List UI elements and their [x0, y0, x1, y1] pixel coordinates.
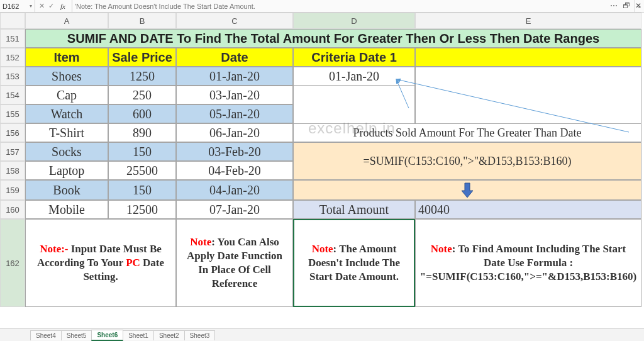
- cell-A158[interactable]: Laptop: [25, 161, 108, 180]
- cell-A156[interactable]: T-Shirt: [25, 123, 108, 142]
- cell-A160[interactable]: Mobile: [25, 200, 108, 219]
- close-icon[interactable]: ✕: [635, 1, 641, 10]
- window-controls: ⋯ 🗗 ✕: [610, 1, 641, 10]
- note-prefix: Note:-: [40, 243, 68, 255]
- row-head-159[interactable]: 159: [0, 180, 25, 200]
- formula-display[interactable]: =SUMIF(C153:C160,">"&D153,B153:B160): [293, 142, 641, 180]
- arrow-down-icon: [460, 182, 475, 198]
- cell-D153-criteria-date[interactable]: 01-Jan-20: [293, 67, 415, 86]
- formula-bar-input[interactable]: 'Note: The Amount Doesn't Include The St…: [72, 3, 634, 10]
- name-box-value: D162: [3, 3, 19, 10]
- row-head-162[interactable]: 162: [0, 219, 25, 307]
- col-head-A[interactable]: A: [25, 13, 108, 29]
- cell-C153[interactable]: 01-Jan-20: [176, 67, 293, 86]
- fx-icon[interactable]: fx: [58, 3, 68, 10]
- sheet-tab[interactable]: Sheet5: [61, 330, 92, 340]
- header-empty-E[interactable]: [415, 48, 641, 67]
- sheet-tab[interactable]: Sheet4: [30, 330, 62, 340]
- sheet-tab[interactable]: Sheet3: [184, 330, 216, 340]
- row-head-154[interactable]: 154: [0, 86, 25, 104]
- header-sale-price[interactable]: Sale Price: [108, 48, 176, 67]
- formula-bar-buttons: ✕ ✓ fx: [35, 0, 72, 12]
- cell-A154[interactable]: Cap: [25, 86, 108, 104]
- cell-C155[interactable]: 05-Jan-20: [176, 104, 293, 123]
- cell-B160[interactable]: 12500: [108, 200, 176, 219]
- header-date[interactable]: Date: [176, 48, 293, 67]
- name-box[interactable]: D162 ▾: [0, 0, 35, 12]
- worksheet-grid[interactable]: A B C D E 151 SUMIF AND DATE To Find The…: [0, 13, 644, 328]
- select-all-corner[interactable]: [0, 13, 25, 29]
- cell-B158[interactable]: 25500: [108, 161, 176, 180]
- sheet-tab[interactable]: Sheet1: [123, 330, 154, 340]
- row-head-157[interactable]: 157: [0, 142, 25, 161]
- col-head-E[interactable]: E: [415, 13, 641, 29]
- cell-A155[interactable]: Watch: [25, 104, 108, 123]
- total-value[interactable]: 40040: [415, 200, 641, 219]
- row-head-151[interactable]: 151: [0, 29, 25, 48]
- cell-B154[interactable]: 250: [108, 86, 176, 104]
- cell-B155[interactable]: 600: [108, 104, 176, 123]
- restore-icon[interactable]: 🗗: [623, 1, 630, 10]
- cell-C154[interactable]: 03-Jan-20: [176, 86, 293, 104]
- row-head-155[interactable]: 155: [0, 104, 25, 123]
- app-window: ⋯ 🗗 ✕ D162 ▾ ✕ ✓ fx 'Note: The Amount Do…: [0, 0, 644, 341]
- col-head-D[interactable]: D: [293, 13, 415, 29]
- ellipsis-icon[interactable]: ⋯: [610, 1, 618, 10]
- cell-C156[interactable]: 06-Jan-20: [176, 123, 293, 142]
- cell-A157[interactable]: Socks: [25, 142, 108, 161]
- note-C[interactable]: Note: You Can Also Apply Date Function I…: [176, 219, 293, 307]
- cell-B156[interactable]: 890: [108, 123, 176, 142]
- cell-C158[interactable]: 04-Feb-20: [176, 161, 293, 180]
- row-head-160[interactable]: 160: [0, 200, 25, 219]
- note-E[interactable]: Note: To Find Amount Including The Start…: [415, 219, 641, 307]
- note-A[interactable]: Note:- Input Date Must Be According To Y…: [25, 219, 176, 307]
- row-head-158[interactable]: 158: [0, 161, 25, 180]
- note-D-active-cell[interactable]: Note: The Amount Doesn't Include The Sta…: [293, 219, 415, 307]
- cell-B159[interactable]: 150: [108, 180, 176, 200]
- col-head-B[interactable]: B: [108, 13, 176, 29]
- row-head-152[interactable]: 152: [0, 48, 25, 67]
- cell-C159[interactable]: 04-Jan-20: [176, 180, 293, 200]
- row-head-156[interactable]: 156: [0, 123, 25, 142]
- cell-B157[interactable]: 150: [108, 142, 176, 161]
- cell-B153[interactable]: 1250: [108, 67, 176, 86]
- cell-E153[interactable]: [415, 67, 641, 123]
- total-label[interactable]: Total Amount: [293, 200, 415, 219]
- col-head-C[interactable]: C: [176, 13, 293, 29]
- cell-C157[interactable]: 03-Feb-20: [176, 142, 293, 161]
- formula-bar-row: D162 ▾ ✕ ✓ fx 'Note: The Amount Doesn't …: [0, 0, 644, 13]
- header-criteria-date[interactable]: Criteria Date 1: [293, 48, 415, 67]
- title-banner[interactable]: SUMIF AND DATE To Find The Total Amount …: [25, 29, 641, 48]
- arrow-cell: [293, 180, 641, 200]
- confirm-icon[interactable]: ✓: [48, 2, 54, 10]
- cell-A153[interactable]: Shoes: [25, 67, 108, 86]
- header-item[interactable]: Item: [25, 48, 108, 67]
- sheet-tab-bar: Sheet4 Sheet5 Sheet6 Sheet1 Sheet2 Sheet…: [0, 328, 644, 341]
- row-head-153[interactable]: 153: [0, 67, 25, 86]
- sheet-tab-active[interactable]: Sheet6: [91, 330, 123, 341]
- cell-A159[interactable]: Book: [25, 180, 108, 200]
- caption-greater-than[interactable]: Products Sold Amount For The Greater Tha…: [293, 123, 641, 142]
- cancel-icon[interactable]: ✕: [39, 2, 45, 10]
- chevron-down-icon[interactable]: ▾: [30, 3, 35, 9]
- cell-D154[interactable]: [293, 86, 415, 123]
- sheet-tab[interactable]: Sheet2: [153, 330, 185, 340]
- cell-C160[interactable]: 07-Jan-20: [176, 200, 293, 219]
